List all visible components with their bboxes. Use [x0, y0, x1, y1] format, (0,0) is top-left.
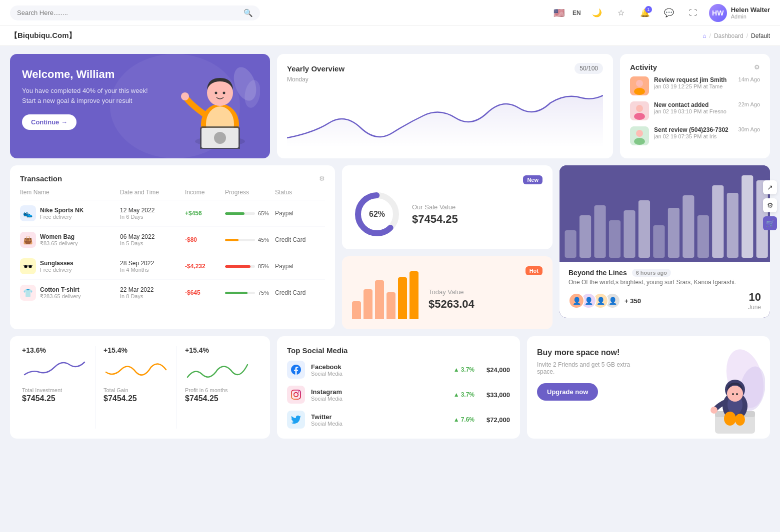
settings-side-icon[interactable]: ⚙ — [763, 198, 777, 212]
social-item-twitter: Twitter Social Media ▲7.6% $72,000 — [287, 411, 510, 429]
beyond-chart — [560, 165, 770, 260]
user-menu[interactable]: HW Helen Walter Admin — [709, 4, 770, 22]
side-actions: ↗ ⚙ 🛒 — [763, 180, 777, 230]
instagram-icon — [287, 386, 305, 404]
search-bar[interactable]: 🔍 — [10, 5, 260, 20]
breadcrumb-sep2: / — [746, 32, 748, 39]
table-row: 👕 Cotton T-shirt ₹283.65 delivery 22 Mar… — [20, 280, 325, 306]
item-status-2: Credit Card — [275, 236, 325, 243]
item-name-2: Women Bag — [40, 233, 78, 240]
col-income: Income — [185, 189, 225, 196]
continue-button[interactable]: Continue → — [22, 114, 76, 130]
item-date-3: 28 Sep 2022 — [120, 260, 185, 267]
svg-rect-34 — [712, 185, 724, 258]
language-label[interactable]: EN — [572, 9, 581, 16]
svg-point-45 — [735, 414, 745, 426]
today-bar — [375, 280, 384, 319]
home-icon[interactable]: ⌂ — [702, 32, 706, 39]
sale-card: New 62% Our Sale Value $7454.25 — [342, 165, 552, 249]
twitter-icon — [287, 411, 305, 429]
item-income-3: -$4,232 — [185, 263, 225, 270]
mini-stat-value-1: $7454.25 — [22, 394, 56, 403]
progress-fill-1 — [225, 212, 244, 215]
svg-rect-24 — [565, 230, 576, 258]
sparkline-1 — [22, 357, 87, 382]
progress-fill-3 — [225, 265, 250, 268]
person-illustration — [180, 64, 260, 149]
yearly-title: Yearly Overview — [287, 64, 344, 73]
mini-stat-label-1: Total Investment — [22, 387, 62, 393]
sale-label: Our Sale Value — [412, 203, 542, 211]
activity-thumb-3 — [630, 126, 649, 145]
transaction-title: Transaction — [20, 174, 319, 183]
item-sub-3: Free delivery — [40, 267, 74, 273]
mini-stat-value-2: $7454.25 — [104, 394, 137, 403]
activity-card: Activity ⚙ Review request jim Smith jan … — [620, 54, 770, 158]
item-date-sub-4: In 8 Days — [120, 293, 185, 299]
svg-point-49 — [736, 393, 738, 395]
twitter-growth: ▲7.6% — [454, 416, 474, 423]
activity-sub-1: jan 03 19 12:25 PM at Tame — [654, 83, 734, 89]
svg-rect-32 — [682, 195, 694, 258]
donut-label: 62% — [369, 210, 385, 219]
today-value: $5263.04 — [428, 298, 474, 311]
item-icon-3: 🕶️ — [20, 258, 36, 274]
table-header-row: Item Name Date and Time Income Progress … — [20, 189, 325, 200]
activity-time-3: 30m Ago — [738, 126, 760, 132]
notification-badge: 1 — [645, 6, 652, 13]
item-name-3: Sunglasses — [40, 260, 74, 267]
svg-point-9 — [181, 92, 189, 100]
social-card: Top Social Media Facebook Social Media ▲… — [277, 336, 520, 439]
item-date-2: 06 May 2022 — [120, 233, 185, 240]
messages-icon[interactable]: 💬 — [661, 5, 677, 21]
col-status: Status — [275, 189, 325, 196]
transaction-settings-icon[interactable]: ⚙ — [319, 175, 325, 182]
svg-rect-27 — [609, 220, 620, 258]
share-icon[interactable]: ↗ — [763, 180, 777, 194]
activity-item: Sent review (504)236-7302 jan 02 19 07:3… — [630, 126, 760, 145]
cart-icon[interactable]: 🛒 — [763, 216, 777, 230]
activity-time-2: 22m Ago — [738, 101, 760, 107]
beyond-title-text: Beyond the Lines — [568, 269, 627, 277]
row-1: Welcome, William You have completed 40% … — [10, 54, 770, 158]
favorites-icon[interactable]: ☆ — [613, 5, 629, 21]
facebook-amount: $24,000 — [486, 366, 510, 374]
upgrade-button[interactable]: Upgrade now — [537, 383, 598, 401]
activity-sub-3: jan 02 19 07:35 PM at Iris — [654, 133, 734, 139]
user-role: Admin — [731, 13, 770, 19]
space-desc: Invite 2 Friends and get 5 GB extra spac… — [537, 361, 637, 375]
transaction-card: Transaction ⚙ Item Name Date and Time In… — [10, 165, 335, 329]
social-item-instagram: Instagram Social Media ▲3.7% $33,000 — [287, 386, 510, 404]
item-status-1: Paypal — [275, 210, 325, 217]
activity-settings-icon[interactable]: ⚙ — [754, 63, 760, 71]
welcome-card: Welcome, William You have completed 40% … — [10, 54, 270, 158]
search-input[interactable] — [17, 9, 240, 16]
yearly-chart — [287, 88, 603, 148]
breadcrumb-dashboard[interactable]: Dashboard — [714, 32, 744, 39]
facebook-name: Facebook — [311, 363, 342, 371]
svg-point-48 — [732, 393, 734, 395]
facebook-type: Social Media — [311, 371, 342, 377]
beyond-date-month: June — [748, 304, 761, 311]
item-icon-1: 👟 — [20, 205, 36, 221]
item-date-4: 22 Mar 2022 — [120, 286, 185, 293]
welcome-desc: You have completed 40% of your this week… — [22, 86, 152, 105]
notifications-icon[interactable]: 🔔 1 — [637, 5, 653, 21]
svg-point-20 — [634, 138, 645, 145]
search-icon: 🔍 — [244, 8, 253, 17]
item-income-1: +$456 — [185, 210, 225, 217]
social-item-facebook: Facebook Social Media ▲3.7% $24,000 — [287, 361, 510, 379]
dark-mode-toggle[interactable]: 🌙 — [589, 5, 605, 21]
svg-rect-28 — [624, 210, 635, 258]
mini-stat-label-2: Total Gain — [104, 387, 128, 393]
item-income-4: -$645 — [185, 289, 225, 296]
progress-pct-4: 75% — [258, 290, 269, 296]
item-status-3: Paypal — [275, 263, 325, 270]
item-name-1: Nike Sports NK — [40, 207, 84, 214]
svg-point-19 — [636, 130, 643, 137]
svg-rect-36 — [742, 175, 753, 258]
instagram-name: Instagram — [311, 388, 342, 396]
middle-column: New 62% Our Sale Value $7454.25 — [342, 165, 552, 329]
item-date-sub-3: In 4 Months — [120, 267, 185, 273]
expand-icon[interactable]: ⛶ — [685, 5, 701, 21]
